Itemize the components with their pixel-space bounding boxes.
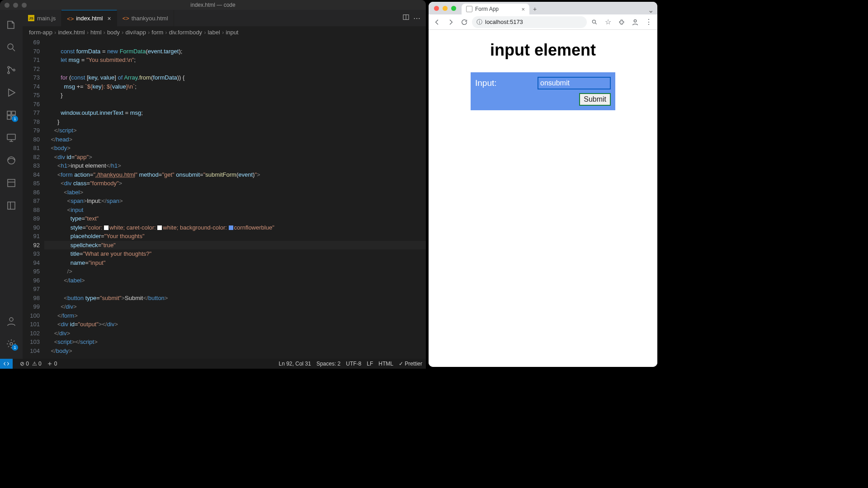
extensions-puzzle-icon[interactable] <box>616 16 627 28</box>
remote-explorer-icon[interactable] <box>0 127 23 149</box>
browser-window: Form App × + ⌄ ⓘ localhost:5173 ☆ ⋮ inpu… <box>429 2 657 367</box>
split-editor-icon[interactable] <box>402 14 410 23</box>
editor-tab-indexhtml[interactable]: <> index.html × <box>61 10 117 26</box>
js-icon: JS <box>28 15 34 21</box>
tab-close-icon[interactable]: × <box>107 15 111 22</box>
svg-rect-8 <box>7 134 15 140</box>
svg-point-12 <box>9 318 13 321</box>
menu-kebab-icon[interactable]: ⋮ <box>643 16 655 28</box>
tab-favicon-icon <box>466 6 472 12</box>
page-heading: input element <box>490 41 596 60</box>
settings-gear-icon[interactable]: 1 <box>0 333 23 355</box>
extra-panel2-icon[interactable] <box>0 194 23 217</box>
status-bar: ⊘ 0 ⚠ 0 0 Ln 92, Col 31 Spaces: 2 UTF-8 … <box>0 359 426 369</box>
svg-point-0 <box>8 44 13 49</box>
input-label: Input: <box>475 78 497 88</box>
svg-point-1 <box>8 66 9 68</box>
back-button[interactable] <box>431 16 443 28</box>
address-bar[interactable]: ⓘ localhost:5173 <box>472 16 587 28</box>
explorer-icon[interactable] <box>0 14 23 36</box>
svg-rect-4 <box>7 111 11 115</box>
svg-point-9 <box>8 157 15 164</box>
svg-point-2 <box>8 72 9 74</box>
form-container: Input: Submit <box>471 72 615 110</box>
svg-rect-11 <box>8 202 15 209</box>
svg-rect-5 <box>7 116 11 119</box>
page-content: input element Input: Submit <box>429 30 657 367</box>
formatter-status[interactable]: ✓ Prettier <box>399 361 422 367</box>
breadcrumb[interactable]: form-app›index.html›html›body›div#app›fo… <box>23 26 426 38</box>
encoding-status[interactable]: UTF-8 <box>346 361 361 367</box>
profile-avatar-icon[interactable] <box>629 16 641 28</box>
language-status[interactable]: HTML <box>378 361 393 367</box>
html-icon: <> <box>67 15 73 22</box>
problems-indicator[interactable]: ⊘ 0 ⚠ 0 <box>20 361 42 367</box>
tab-overflow-icon[interactable]: ⌄ <box>648 6 657 14</box>
accounts-icon[interactable] <box>0 310 23 333</box>
forward-button[interactable] <box>445 16 457 28</box>
window-traffic-lights[interactable] <box>429 2 462 14</box>
svg-point-15 <box>592 20 595 23</box>
extra-panel-icon[interactable] <box>0 172 23 194</box>
svg-point-3 <box>13 69 15 71</box>
tab-title: Form App <box>475 6 499 12</box>
vscode-titlebar: index.html — code <box>0 0 426 10</box>
submit-button[interactable]: Submit <box>579 93 611 106</box>
vscode-window: index.html — code 1 1 JS main.js <box>0 0 426 369</box>
window-traffic-lights[interactable] <box>5 3 27 8</box>
thoughts-input[interactable] <box>538 77 611 89</box>
edge-tools-icon[interactable] <box>0 149 23 172</box>
svg-point-16 <box>634 19 636 22</box>
svg-rect-7 <box>12 111 15 115</box>
bookmark-star-icon[interactable]: ☆ <box>602 16 614 28</box>
indent-status[interactable]: Spaces: 2 <box>316 361 340 367</box>
cursor-position[interactable]: Ln 92, Col 31 <box>279 361 311 367</box>
ports-indicator[interactable]: 0 <box>47 361 57 367</box>
browser-tab[interactable]: Form App × <box>462 4 529 14</box>
source-control-icon[interactable] <box>0 59 23 81</box>
remote-button[interactable] <box>0 359 13 369</box>
new-tab-button[interactable]: + <box>529 4 540 14</box>
activity-bar: 1 1 <box>0 10 23 359</box>
extensions-icon[interactable]: 1 <box>0 104 23 127</box>
html-icon: <> <box>123 15 129 21</box>
code-editor[interactable]: 6970717273747576777879808182838485868788… <box>23 38 426 359</box>
window-title: index.html — code <box>190 2 235 8</box>
tab-close-icon[interactable]: × <box>521 6 525 13</box>
run-debug-icon[interactable] <box>0 81 23 104</box>
tab-label: main.js <box>37 15 56 22</box>
settings-badge: 1 <box>12 344 18 351</box>
editor-tab-mainjs[interactable]: JS main.js <box>23 10 61 26</box>
editor-tab-thankyouhtml[interactable]: <> thankyou.html <box>117 10 174 26</box>
more-actions-icon[interactable]: ⋯ <box>413 14 420 23</box>
tab-label: thankyou.html <box>132 15 168 22</box>
site-info-icon[interactable]: ⓘ <box>476 18 482 26</box>
zoom-icon[interactable] <box>589 16 600 28</box>
extensions-badge: 1 <box>12 116 18 122</box>
url-text: localhost:5173 <box>485 19 523 25</box>
reload-button[interactable] <box>458 16 470 28</box>
eol-status[interactable]: LF <box>367 361 373 367</box>
svg-rect-10 <box>8 179 15 187</box>
tab-label: index.html <box>76 15 103 22</box>
search-icon[interactable] <box>0 36 23 59</box>
